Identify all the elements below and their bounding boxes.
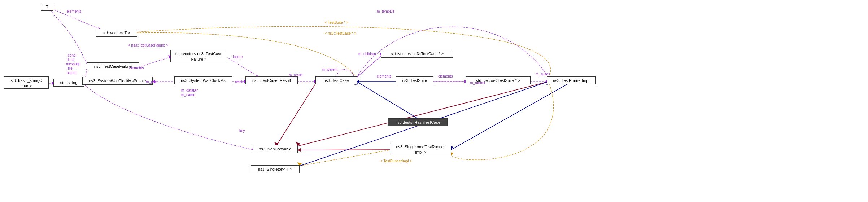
label-clock: clock [235, 80, 243, 84]
node-ns3-testcase-result: ns3::TestCase::Result [245, 76, 298, 84]
diagram-container: T std::vector< T > std::basic_string<cha… [0, 0, 868, 202]
label-m-parent: m_parent [322, 67, 337, 71]
node-ns3-singleton-T: ns3::Singleton< T > [251, 165, 300, 173]
node-ns3-noncopyable: ns3::NonCopyable [253, 145, 298, 153]
label-cond: cond [68, 53, 76, 57]
label-testsuite-angle: < TestSuite * > [325, 21, 348, 25]
label-m-priv: m_priv [146, 80, 157, 84]
svg-line-31 [298, 82, 549, 146]
node-std-string: std::string [53, 79, 84, 87]
label-elements-4: elements [438, 74, 453, 78]
node-ns3-systemwallclockms: ns3::SystemWallClockMs [174, 76, 232, 84]
label-m-name: m_name [181, 93, 195, 97]
node-ns3-hashtestcase: ns3::tests::HashTestCase [388, 118, 448, 126]
label-m-suites: m_suites [536, 72, 550, 76]
svg-line-33 [298, 150, 392, 150]
label-file: file [68, 66, 73, 70]
label-elements-3: elements [377, 74, 392, 78]
node-ns3-systemwallclockms-private: ns3::SystemWallClockMsPrivate [82, 77, 153, 85]
label-ns3-testcase-angle: < ns3::TestCase * > [325, 31, 356, 35]
node-ns3-testrunnerimpl: ns3::TestRunnerImpl [547, 76, 596, 84]
svg-line-6 [139, 57, 172, 67]
svg-line-35 [300, 150, 392, 166]
svg-line-10 [226, 57, 260, 78]
label-m-result: m_result [289, 73, 302, 77]
node-std-basic-string: std::basic_string<char > [4, 76, 49, 89]
node-std-vector-T: std::vector< T > [96, 29, 137, 37]
label-m-tempDir: m_tempDir [377, 9, 394, 13]
label-m-children: m_children [358, 52, 376, 56]
label-limit: limit [68, 58, 74, 62]
svg-marker-34 [298, 148, 301, 152]
node-std-vector-testcasefailure: std::vector< ns3::TestCaseFailure > [170, 50, 227, 62]
svg-line-43 [451, 82, 572, 150]
label-testrunnerimpl-angle: < TestRunnerImpl > [380, 159, 412, 163]
node-std-vector-ns3-testcase: std::vector< ns3::TestCase * > [381, 50, 453, 58]
node-ns3-testcase: ns3::TestCase [315, 76, 357, 84]
label-testcasefailure-angle: < ns3::TestCaseFailure > [128, 43, 168, 47]
svg-line-39 [357, 82, 419, 119]
label-m-runner: m_runner [470, 81, 485, 85]
label-actual: actual [67, 71, 77, 75]
label-elements-1: elements [67, 9, 82, 13]
label-failure: failure [233, 55, 243, 59]
label-message: message [66, 62, 81, 66]
node-T: T [41, 3, 53, 11]
node-ns3-singleton-testrunnerimpl: ns3::Singleton< TestRunnerImpl > [390, 143, 451, 155]
svg-line-29 [276, 82, 317, 146]
label-key: key [239, 129, 245, 133]
label-m-dataDir: m_dataDir [181, 88, 198, 92]
label-elements-2: elements [129, 66, 144, 70]
node-ns3-testsuite: ns3::TestSuite [396, 76, 433, 84]
